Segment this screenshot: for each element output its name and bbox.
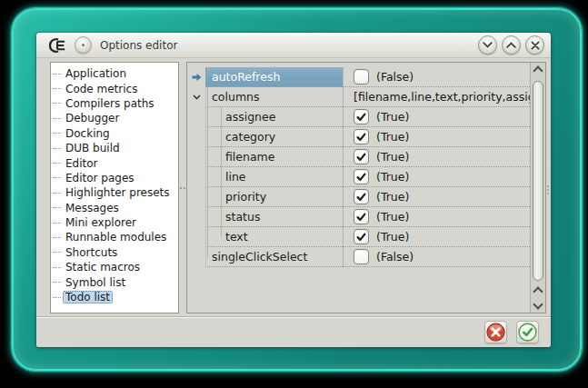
property-value-text: (True) [376, 190, 409, 204]
property-value[interactable]: (True) [343, 147, 530, 167]
property-name[interactable]: filename [205, 147, 343, 167]
sidebar-item-shortcuts[interactable]: Shortcuts [51, 245, 178, 260]
property-value[interactable]: (False) [343, 67, 530, 87]
shade-button[interactable] [478, 35, 497, 55]
tree-branch-icon [53, 177, 61, 178]
property-name[interactable]: columns [205, 87, 343, 107]
sidebar-item-highlighter-presets[interactable]: Highlighter presets [51, 185, 178, 200]
property-row-category[interactable]: category(True) [187, 127, 530, 147]
property-value-text: (True) [376, 130, 409, 144]
property-row-filename[interactable]: filename(True) [187, 147, 530, 167]
checkbox-checked[interactable] [354, 229, 369, 244]
property-value-text: (False) [376, 70, 414, 84]
property-name[interactable]: priority [205, 187, 343, 207]
sidebar-item-mini-explorer[interactable]: Mini explorer [51, 215, 178, 230]
property-value[interactable]: (True) [343, 187, 530, 207]
checkbox-checked[interactable] [354, 129, 369, 144]
checkbox-checked[interactable] [354, 209, 369, 224]
row-gutter [187, 227, 205, 247]
checkbox-unchecked[interactable] [354, 249, 369, 264]
row-gutter [187, 127, 205, 147]
property-name[interactable]: status [205, 207, 343, 227]
sidebar-item-compilers-paths[interactable]: Compilers paths [51, 96, 178, 111]
property-row-columns[interactable]: columns[filename,line,text,priority,assi… [187, 87, 530, 107]
sidebar-item-label: Highlighter presets [63, 186, 173, 199]
sidebar-item-label: Application [63, 67, 129, 80]
scroll-up-button[interactable] [531, 65, 545, 77]
property-name[interactable]: line [205, 167, 343, 187]
screenshot-background: { "window": { "title": "Options editor",… [0, 0, 588, 388]
property-value[interactable]: (True) [343, 167, 530, 187]
property-row-status[interactable]: status(True) [187, 207, 530, 227]
row-gutter[interactable] [187, 87, 205, 107]
checkbox-checked[interactable] [354, 149, 369, 164]
sidebar-item-label: Symbol list [63, 276, 128, 289]
sidebar-item-symbol-list[interactable]: Symbol list [51, 274, 178, 289]
checkmark-icon [356, 153, 366, 162]
row-gutter [187, 67, 205, 87]
sidebar-item-label: Code metrics [63, 83, 140, 95]
close-button[interactable] [525, 35, 544, 55]
property-row-priority[interactable]: priority(True) [187, 187, 530, 207]
property-row-assignee[interactable]: assignee(True) [187, 107, 530, 127]
sidebar-item-application[interactable]: Application [51, 66, 178, 81]
sidebar-item-editor[interactable]: Editor [51, 155, 178, 170]
property-name[interactable]: singleClickSelect [205, 247, 343, 267]
footer-bar [36, 316, 551, 347]
property-value[interactable]: (False) [343, 247, 530, 267]
sidebar-item-docking[interactable]: Docking [51, 126, 178, 141]
panel-splitter[interactable] [179, 62, 186, 313]
titlebar[interactable]: Options editor [36, 33, 551, 58]
grid-vertical-scrollbar[interactable] [530, 63, 545, 313]
sidebar-item-label: Docking [63, 127, 113, 140]
sidebar-item-label: Compilers paths [63, 97, 157, 110]
unshade-button[interactable] [502, 35, 521, 55]
chevron-down-icon [533, 299, 543, 309]
property-row-singleClickSelect[interactable]: singleClickSelect(False) [187, 247, 530, 267]
property-row-line[interactable]: line(True) [187, 167, 530, 187]
checkbox-checked[interactable] [354, 169, 369, 184]
sidebar-item-static-macros[interactable]: Static macros [51, 260, 178, 274]
sidebar-item-label: Editor pages [63, 172, 137, 184]
property-value-text: (True) [376, 110, 409, 124]
tree-branch-icon [53, 223, 61, 224]
checkbox-checked[interactable] [354, 189, 369, 204]
sidebar-item-todo-list[interactable]: Todo list [51, 290, 178, 304]
sidebar-item-messages[interactable]: Messages [51, 201, 178, 215]
tree-branch-icon [53, 207, 61, 208]
cancel-button[interactable] [484, 321, 507, 343]
chevron-down-icon[interactable] [193, 95, 201, 100]
scroll-up-button-bottom[interactable] [531, 285, 545, 298]
property-value[interactable]: (True) [343, 227, 530, 247]
row-gutter [187, 147, 205, 167]
property-name[interactable]: autoRefresh [205, 67, 343, 87]
sidebar-item-runnable-modules[interactable]: Runnable modules [51, 230, 178, 244]
checkmark-icon [356, 113, 366, 122]
property-name[interactable]: category [205, 127, 343, 147]
accept-button[interactable] [516, 321, 539, 343]
property-row-text[interactable]: text(True) [187, 227, 530, 247]
sidebar-item-label: Debugger [63, 112, 122, 124]
scroll-down-button[interactable] [531, 298, 545, 311]
window-menu-button[interactable] [75, 36, 92, 54]
scrollbar-thumb[interactable] [533, 81, 543, 281]
property-value[interactable]: (True) [343, 127, 530, 147]
property-value[interactable]: [filename,line,text,priority,assigne [343, 87, 530, 107]
sidebar-item-debugger[interactable]: Debugger [51, 111, 178, 125]
tree-branch-icon [53, 193, 61, 194]
sidebar-item-label: Static macros [63, 261, 143, 274]
property-name[interactable]: assignee [205, 107, 343, 127]
checkbox-checked[interactable] [354, 109, 369, 124]
property-value-text: (True) [376, 230, 409, 244]
row-gutter [187, 247, 205, 267]
property-value[interactable]: (True) [343, 107, 530, 127]
property-value[interactable]: (True) [343, 207, 530, 227]
sidebar-item-code-metrics[interactable]: Code metrics [51, 81, 178, 95]
sidebar-item-dub-build[interactable]: DUB build [51, 141, 178, 155]
chevron-down-icon [483, 42, 493, 48]
property-name[interactable]: text [205, 227, 343, 247]
sidebar-item-label: Editor [63, 157, 101, 170]
sidebar-item-editor-pages[interactable]: Editor pages [51, 171, 178, 185]
property-row-autoRefresh[interactable]: autoRefresh(False) [187, 67, 530, 87]
checkbox-unchecked[interactable] [354, 69, 369, 85]
